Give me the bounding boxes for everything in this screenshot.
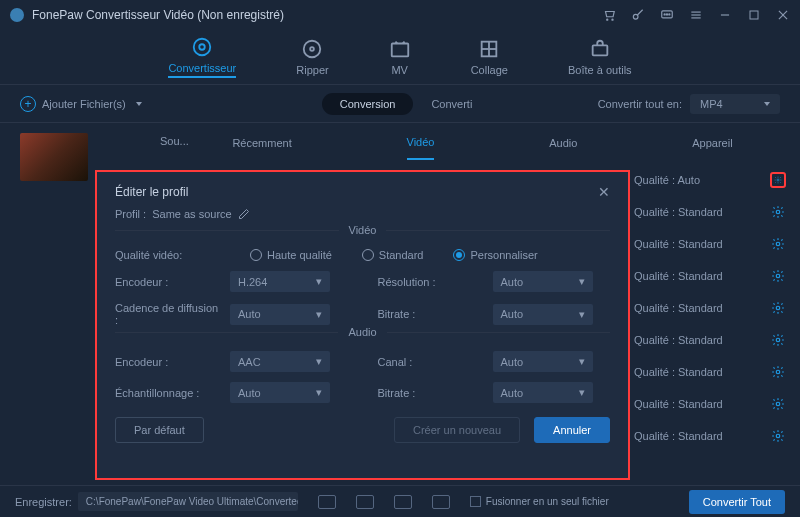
- output-format-select[interactable]: MP4: [690, 94, 780, 114]
- audio-bitrate-select[interactable]: Auto▾: [493, 382, 593, 403]
- channel-select[interactable]: Auto▾: [493, 351, 593, 372]
- svg-point-15: [200, 44, 206, 50]
- quality-label: Qualité vidéo:: [115, 249, 220, 261]
- profile-row[interactable]: Qualité : Standard: [630, 235, 790, 253]
- cancel-button[interactable]: Annuler: [534, 417, 610, 443]
- svg-point-27: [776, 306, 780, 310]
- radio-standard[interactable]: Standard: [362, 249, 424, 261]
- plus-icon: +: [20, 96, 36, 112]
- feedback-icon[interactable]: [660, 8, 674, 22]
- gear-icon[interactable]: [770, 204, 786, 220]
- close-icon[interactable]: ✕: [598, 184, 610, 200]
- cat-tab-device[interactable]: Appareil: [692, 127, 732, 159]
- app-logo: [10, 8, 24, 22]
- profile-row[interactable]: Qualité : Standard: [630, 267, 790, 285]
- checkbox-icon: [470, 496, 481, 507]
- close-icon[interactable]: [776, 8, 790, 22]
- video-encoder-select[interactable]: H.264▾: [230, 271, 330, 292]
- gear-icon[interactable]: [770, 268, 786, 284]
- profil-label: Profil :: [115, 208, 146, 220]
- svg-rect-18: [391, 44, 408, 57]
- profile-list: Qualité : Auto Qualité : Standard Qualit…: [630, 171, 790, 445]
- profile-row[interactable]: Qualité : Standard: [630, 203, 790, 221]
- gear-icon[interactable]: [770, 332, 786, 348]
- titlebar: FonePaw Convertisseur Vidéo (Non enregis…: [0, 0, 800, 30]
- footer: Enregistrer: C:\FonePaw\FonePaw Video Ul…: [0, 485, 800, 517]
- svg-point-31: [776, 434, 780, 438]
- svg-point-26: [776, 274, 780, 278]
- svg-point-25: [776, 242, 780, 246]
- profile-row[interactable]: Qualité : Standard: [630, 331, 790, 349]
- video-thumbnail[interactable]: [20, 133, 88, 181]
- svg-point-23: [777, 179, 779, 181]
- video-bitrate-select[interactable]: Auto▾: [493, 304, 593, 325]
- section-video: Vidéo: [339, 224, 387, 236]
- main-tabs: Convertisseur Ripper MV Collage Boîte à …: [0, 30, 800, 85]
- svg-point-16: [304, 41, 321, 58]
- convert-all-label: Convertir tout en:: [598, 98, 682, 110]
- svg-point-17: [311, 47, 315, 51]
- gear-icon[interactable]: [770, 428, 786, 444]
- seg-conversion[interactable]: Conversion: [322, 93, 414, 115]
- convert-all-button[interactable]: Convertir Tout: [689, 490, 785, 514]
- gear-icon[interactable]: [770, 364, 786, 380]
- seg-converti[interactable]: Converti: [413, 93, 490, 115]
- profile-row[interactable]: Qualité : Auto: [630, 171, 790, 189]
- gear-icon[interactable]: [770, 172, 786, 188]
- profile-row[interactable]: Qualité : Standard: [630, 299, 790, 317]
- gear-icon[interactable]: [770, 396, 786, 412]
- svg-point-24: [776, 210, 780, 214]
- framerate-select[interactable]: Auto▾: [230, 304, 330, 325]
- profil-value: Same as source: [152, 208, 231, 220]
- profile-row[interactable]: Qualité : Standard: [630, 363, 790, 381]
- svg-point-4: [664, 14, 665, 15]
- footer-icon[interactable]: [394, 495, 412, 509]
- pencil-icon[interactable]: [238, 208, 250, 220]
- svg-point-6: [669, 14, 670, 15]
- tab-collage[interactable]: Collage: [471, 38, 508, 76]
- save-to-label: Enregistrer:: [15, 496, 72, 508]
- svg-point-29: [776, 370, 780, 374]
- resolution-select[interactable]: Auto▾: [493, 271, 593, 292]
- save-path-input[interactable]: C:\FonePaw\FonePaw Video Ultimate\Conver…: [78, 492, 298, 511]
- key-icon[interactable]: [631, 8, 645, 22]
- app-title: FonePaw Convertisseur Vidéo (Non enregis…: [32, 8, 602, 22]
- gear-icon[interactable]: [770, 236, 786, 252]
- menu-icon[interactable]: [689, 8, 703, 22]
- svg-point-1: [612, 19, 613, 20]
- audio-encoder-select[interactable]: AAC▾: [230, 351, 330, 372]
- svg-point-14: [194, 39, 211, 56]
- category-tabs: Récemment Vidéo Audio Appareil: [175, 123, 790, 163]
- svg-point-5: [666, 14, 667, 15]
- merge-checkbox[interactable]: Fusionner en un seul fichier: [470, 496, 609, 507]
- svg-point-30: [776, 402, 780, 406]
- toolbar: + Ajouter Fichier(s) Conversion Converti…: [0, 85, 800, 123]
- profile-row[interactable]: Qualité : Standard: [630, 395, 790, 413]
- cat-tab-video[interactable]: Vidéo: [407, 126, 435, 160]
- cart-icon[interactable]: [602, 8, 616, 22]
- radio-high-quality[interactable]: Haute qualité: [250, 249, 332, 261]
- section-audio: Audio: [338, 326, 386, 338]
- default-button[interactable]: Par défaut: [115, 417, 204, 443]
- minimize-icon[interactable]: [718, 8, 732, 22]
- add-file-button[interactable]: + Ajouter Fichier(s): [20, 96, 142, 112]
- tab-toolbox[interactable]: Boîte à outils: [568, 38, 632, 76]
- create-new-button[interactable]: Créer un nouveau: [394, 417, 520, 443]
- svg-point-0: [607, 19, 608, 20]
- svg-rect-11: [750, 11, 758, 19]
- footer-icon[interactable]: [356, 495, 374, 509]
- chevron-down-icon: [136, 102, 142, 106]
- tab-convertisseur[interactable]: Convertisseur: [168, 36, 236, 78]
- svg-point-28: [776, 338, 780, 342]
- gear-icon[interactable]: [770, 300, 786, 316]
- tab-ripper[interactable]: Ripper: [296, 38, 328, 76]
- tab-mv[interactable]: MV: [389, 38, 411, 76]
- footer-icon[interactable]: [318, 495, 336, 509]
- footer-icon[interactable]: [432, 495, 450, 509]
- samplerate-select[interactable]: Auto▾: [230, 382, 330, 403]
- cat-tab-recent[interactable]: Récemment: [232, 127, 291, 159]
- profile-row[interactable]: Qualité : Standard: [630, 427, 790, 445]
- cat-tab-audio[interactable]: Audio: [549, 127, 577, 159]
- radio-custom[interactable]: Personnaliser: [453, 249, 537, 261]
- maximize-icon[interactable]: [747, 8, 761, 22]
